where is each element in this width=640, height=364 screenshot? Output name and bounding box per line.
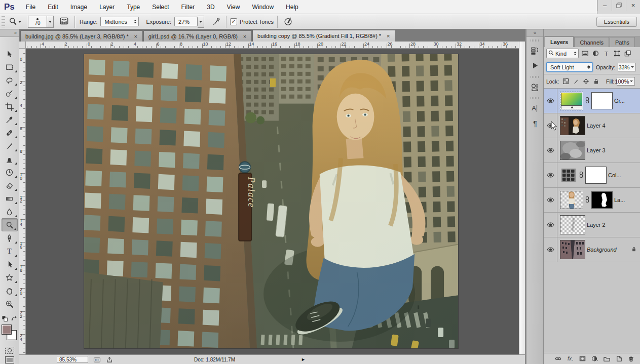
gradient-tool[interactable] <box>2 192 18 205</box>
eyedropper-tool[interactable] <box>2 113 18 126</box>
document-tab-2[interactable]: girl1.psd @ 16.7% (Layer 0, RGB/8)× <box>143 30 252 42</box>
layer-visibility-toggle[interactable] <box>544 237 557 262</box>
lock-transparency-icon[interactable] <box>561 77 570 86</box>
layer-row[interactable]: La... <box>544 188 640 213</box>
default-colors-icon[interactable] <box>2 314 8 323</box>
tab-close-icon[interactable]: × <box>242 33 248 39</box>
hand-tool[interactable] <box>2 284 18 297</box>
export-icon[interactable] <box>106 356 113 363</box>
clone-stamp-tool[interactable] <box>2 152 18 166</box>
document-tab-1[interactable]: building.jpg @ 85.5% (Layer 3, RGB/8#) *… <box>20 30 143 42</box>
fill-layer-thumbnail[interactable] <box>560 168 577 183</box>
layer-thumbnail[interactable] <box>560 191 583 209</box>
dodge-tool[interactable] <box>2 218 18 231</box>
ruler-origin-corner[interactable] <box>19 42 26 49</box>
vertical-ruler[interactable]: 024681 01 21 41 61 82 02 22 4 <box>19 49 26 354</box>
preview-icon[interactable] <box>93 356 101 363</box>
character-panel-button[interactable]: A <box>529 102 542 115</box>
layer-name[interactable]: Background <box>587 247 617 253</box>
menu-item-help[interactable]: Help <box>280 0 305 14</box>
layer-row[interactable]: Layer 3 <box>544 138 640 163</box>
gradient-thumbnail[interactable] <box>560 92 583 110</box>
menu-item-edit[interactable]: Edit <box>42 0 64 14</box>
screen-mode-button[interactable] <box>2 355 17 364</box>
layer-style-button[interactable]: fx <box>566 354 575 363</box>
lock-all-icon[interactable] <box>592 77 600 86</box>
restore-button[interactable] <box>612 0 626 11</box>
menu-item-layer[interactable]: Layer <box>93 0 121 14</box>
canvas-viewport[interactable]: Palace <box>26 49 519 354</box>
lasso-tool[interactable] <box>2 73 18 87</box>
protect-tones-checkbox[interactable]: ✓ <box>230 18 237 25</box>
menu-item-3d[interactable]: 3D <box>201 0 220 14</box>
layer-visibility-toggle[interactable] <box>544 163 557 187</box>
filter-type-layers-icon[interactable]: T <box>601 49 611 58</box>
canvas-image-frame[interactable]: Palace <box>84 54 459 349</box>
layer-row[interactable]: Layer 4 <box>544 113 640 138</box>
tool-preset-picker[interactable] <box>7 16 23 28</box>
history-brush-tool[interactable] <box>2 166 18 179</box>
history-panel-button[interactable] <box>529 44 542 57</box>
filter-pixel-layers-icon[interactable] <box>580 49 590 58</box>
quick-selection-tool[interactable] <box>2 87 18 100</box>
new-adjustment-layer-button[interactable] <box>590 354 599 363</box>
layer-row[interactable]: Layer 2 <box>544 213 640 237</box>
layer-name[interactable]: Col... <box>608 172 621 178</box>
type-tool[interactable]: T <box>2 245 18 258</box>
zoom-level-field[interactable]: 85.53% <box>57 356 88 363</box>
close-button[interactable]: × <box>626 0 640 11</box>
layer-visibility-toggle[interactable] <box>544 213 557 237</box>
filter-kind-select[interactable]: Kind <box>546 49 579 58</box>
tools-collapse-button[interactable]: » <box>0 29 19 37</box>
zoom-tool[interactable] <box>2 297 18 310</box>
quick-mask-button[interactable] <box>2 346 17 354</box>
layer-name[interactable]: Layer 2 <box>587 222 606 228</box>
range-select[interactable]: Midtones <box>100 17 139 26</box>
delete-layer-button[interactable] <box>626 354 635 363</box>
layer-visibility-toggle[interactable] <box>544 138 557 163</box>
layer-thumbnail[interactable] <box>560 116 585 135</box>
workspace-switcher[interactable]: Essentials <box>596 17 637 27</box>
dock-collapse-button[interactable]: « <box>526 29 543 37</box>
filter-shape-layers-icon[interactable] <box>612 49 622 58</box>
adjustments-panel-button[interactable] <box>529 80 542 94</box>
layer-row[interactable]: Background <box>544 237 640 262</box>
layer-thumbnail[interactable] <box>560 141 585 160</box>
layer-mask-thumbnail[interactable] <box>591 92 613 109</box>
exposure-field[interactable]: 27% <box>174 17 198 26</box>
exposure-dropdown[interactable] <box>198 16 204 28</box>
add-layer-mask-button[interactable] <box>578 354 587 363</box>
protect-tones-option[interactable]: ✓ Protect Tones <box>230 18 274 25</box>
layer-name[interactable]: La... <box>614 197 625 203</box>
brush-tool[interactable] <box>2 139 18 152</box>
opacity-field[interactable]: 33% <box>618 63 636 71</box>
vertical-scrollbar[interactable] <box>519 42 525 354</box>
document-tab-3[interactable]: building copy @ 85.5% (Gradient Fill 1, … <box>252 30 395 42</box>
fill-field[interactable]: 100% <box>617 77 635 86</box>
panel-tab-channels[interactable]: Channels <box>574 37 609 47</box>
layer-mask-thumbnail[interactable] <box>591 191 613 209</box>
menu-item-filter[interactable]: Filter <box>175 0 201 14</box>
crop-tool[interactable] <box>2 100 18 113</box>
brush-picker-dropdown[interactable] <box>47 16 54 28</box>
layer-thumbnail[interactable] <box>560 240 585 259</box>
new-layer-button[interactable] <box>614 354 623 363</box>
move-tool[interactable] <box>2 47 18 60</box>
minimize-button[interactable]: – <box>597 0 612 11</box>
menu-item-select[interactable]: Select <box>146 0 175 14</box>
tablet-pressure-toggle[interactable] <box>281 15 295 28</box>
swap-colors-icon[interactable] <box>11 314 17 323</box>
layer-name[interactable]: Gr... <box>614 98 625 104</box>
pen-tool[interactable] <box>2 231 18 245</box>
link-layers-button[interactable] <box>553 354 562 363</box>
layer-visibility-toggle[interactable] <box>544 188 557 212</box>
toggle-brush-panel-button[interactable] <box>57 15 71 28</box>
menu-item-file[interactable]: File <box>20 0 42 14</box>
blend-mode-select[interactable]: Soft Light <box>546 62 593 72</box>
filter-adjustment-layers-icon[interactable] <box>591 49 600 58</box>
path-selection-tool[interactable] <box>2 258 18 271</box>
eraser-tool[interactable] <box>2 179 18 192</box>
spot-healing-brush-tool[interactable] <box>2 126 18 139</box>
filter-smart-objects-icon[interactable] <box>623 49 632 58</box>
menu-item-window[interactable]: Window <box>246 0 280 14</box>
